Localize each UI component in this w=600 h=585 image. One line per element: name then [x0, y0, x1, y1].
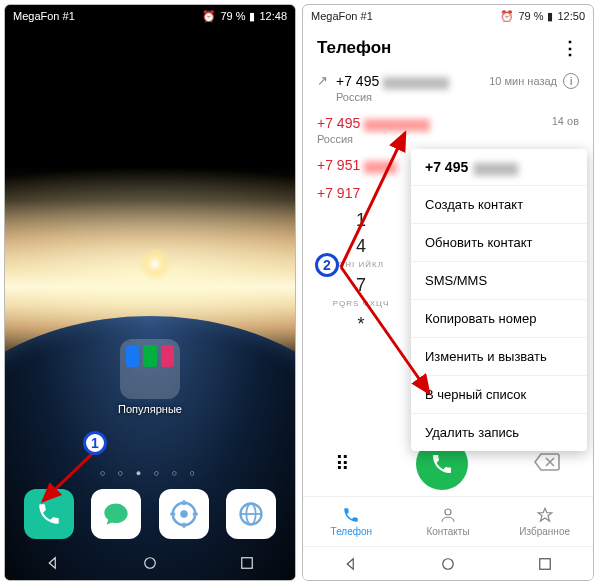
nav-bar	[303, 546, 593, 580]
call-region: Россия	[336, 91, 449, 103]
battery-icon: ▮	[249, 10, 255, 23]
dock-browser-app[interactable]	[226, 489, 276, 539]
status-bar: MegaFon #1 ⏰ 79 % ▮ 12:50	[303, 5, 593, 27]
nav-home[interactable]	[136, 549, 164, 577]
phone-right-dialer: MegaFon #1 ⏰ 79 % ▮ 12:50 Телефон ⋮ ↗ +7…	[302, 4, 594, 581]
info-icon[interactable]: i	[563, 73, 579, 89]
nav-bar	[5, 546, 295, 580]
call-time: 14 ов	[552, 115, 579, 127]
tab-label: Телефон	[331, 526, 372, 537]
phone-icon	[430, 452, 454, 476]
triangle-back-icon	[342, 555, 360, 573]
folder-popular[interactable]: Популярные	[118, 339, 182, 415]
person-icon	[439, 506, 457, 524]
annotation-arrow-1	[35, 445, 105, 515]
nav-home[interactable]	[434, 550, 462, 578]
globe-icon	[237, 500, 265, 528]
tab-phone[interactable]: Телефон	[303, 497, 400, 546]
tab-label: Контакты	[426, 526, 469, 537]
call-row[interactable]: ↗ +7 495 ▆▆▆▆▆▆ Россия 10 мин назадi	[303, 67, 593, 109]
svg-point-13	[443, 558, 454, 569]
bottom-tabs: Телефон Контакты Избранное	[303, 496, 593, 546]
app-header: Телефон ⋮	[303, 27, 593, 67]
dialpad-toggle-icon[interactable]: ⠿	[335, 452, 352, 476]
carrier-label: MegaFon #1	[311, 10, 373, 22]
annotation-marker-2: 2	[315, 253, 339, 277]
svg-point-1	[180, 510, 188, 518]
gear-icon	[169, 499, 199, 529]
dock-settings-app[interactable]	[159, 489, 209, 539]
call-number: +7 495	[336, 73, 379, 89]
nav-recent[interactable]	[531, 550, 559, 578]
battery-percent: 79 %	[220, 10, 245, 22]
phone-icon	[342, 506, 360, 524]
square-recent-icon	[238, 554, 256, 572]
message-icon	[102, 500, 130, 528]
overflow-menu-icon[interactable]: ⋮	[561, 37, 579, 59]
svg-line-16	[341, 267, 429, 393]
tab-label: Избранное	[519, 526, 570, 537]
alarm-icon: ⏰	[500, 10, 514, 23]
call-time: 10 мин назад	[489, 75, 557, 87]
svg-rect-10	[241, 558, 252, 569]
backspace-icon[interactable]	[533, 452, 561, 476]
outgoing-call-icon: ↗	[317, 73, 328, 88]
square-recent-icon	[536, 555, 554, 573]
nav-recent[interactable]	[233, 549, 261, 577]
nav-back[interactable]	[337, 550, 365, 578]
svg-line-11	[43, 451, 95, 501]
circle-home-icon	[141, 554, 159, 572]
svg-point-12	[445, 509, 451, 515]
tab-contacts[interactable]: Контакты	[400, 497, 497, 546]
svg-line-15	[341, 133, 405, 267]
phone-left-homescreen: MegaFon #1 ⏰ 79 % ▮ 12:48 Популярные ○ ○…	[4, 4, 296, 581]
circle-home-icon	[439, 555, 457, 573]
star-icon	[536, 506, 554, 524]
app-title: Телефон	[317, 38, 391, 58]
alarm-icon: ⏰	[202, 10, 216, 23]
battery-icon: ▮	[547, 10, 553, 23]
carrier-label: MegaFon #1	[13, 10, 75, 22]
annotation-arrow-2	[333, 125, 453, 425]
battery-percent: 79 %	[518, 10, 543, 22]
svg-point-9	[145, 558, 156, 569]
annotation-marker-1: 1	[83, 431, 107, 455]
svg-rect-14	[539, 558, 550, 569]
clock-label: 12:50	[557, 10, 585, 22]
folder-label: Популярные	[118, 403, 182, 415]
status-bar: MegaFon #1 ⏰ 79 % ▮ 12:48	[5, 5, 295, 27]
triangle-back-icon	[44, 554, 62, 572]
nav-back[interactable]	[39, 549, 67, 577]
folder-icon	[120, 339, 180, 399]
tab-favorites[interactable]: Избранное	[496, 497, 593, 546]
clock-label: 12:48	[259, 10, 287, 22]
